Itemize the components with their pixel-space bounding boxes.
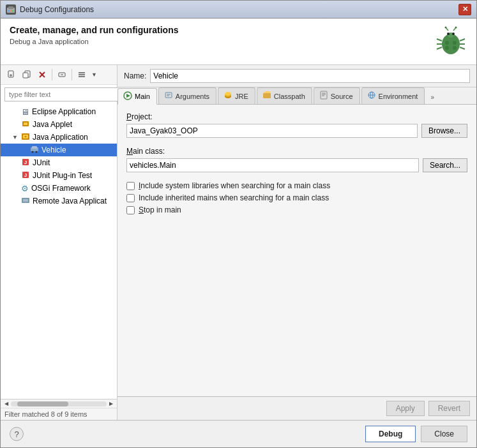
svg-rect-61 (321, 91, 327, 99)
environment-tab-icon (367, 91, 376, 101)
svg-point-43 (32, 151, 34, 153)
main-tab-icon (123, 91, 132, 102)
delete-config-button[interactable] (35, 68, 49, 82)
svg-point-12 (445, 46, 449, 50)
junit-plugin-icon: J (21, 170, 30, 181)
tab-jre[interactable]: JRE (218, 87, 255, 104)
filter-status: Filter matched 8 of 9 items (1, 408, 117, 420)
svg-line-17 (460, 39, 465, 41)
tab-source-label: Source (331, 93, 353, 100)
help-button[interactable]: ? (10, 427, 24, 441)
jre-tab-icon (223, 91, 232, 101)
scroll-track[interactable] (11, 401, 107, 407)
tree-item-java-applet[interactable]: Java Applet (1, 118, 117, 131)
window-close-button[interactable]: ✕ (458, 4, 471, 15)
name-input[interactable] (150, 69, 470, 83)
tree-item-eclipse-app[interactable]: 🖥 Eclipse Application (1, 105, 117, 118)
tabs-bar: Main Arguments (117, 87, 476, 105)
include-inherited-mains-checkbox[interactable] (126, 194, 135, 202)
tree-item-osgi[interactable]: ⚙ OSGi Framework (1, 182, 117, 195)
svg-marker-60 (263, 91, 270, 93)
stop-in-main-checkbox[interactable] (126, 206, 135, 214)
project-input[interactable] (126, 124, 418, 138)
toolbar-separator-2 (72, 69, 72, 80)
svg-point-3 (10, 10, 12, 11)
svg-text:J: J (24, 160, 27, 165)
scroll-right-arrow[interactable]: ▶ (107, 399, 116, 408)
new-config-button[interactable] (4, 68, 19, 82)
checkbox-stop-in-main: Stop in main (126, 205, 467, 214)
svg-point-8 (447, 33, 450, 35)
project-label: Project: (126, 112, 467, 121)
svg-rect-50 (23, 199, 28, 202)
tab-environment[interactable]: Environment (361, 87, 425, 104)
checkbox-inherited-mains: Include inherited mains when searching f… (126, 193, 467, 202)
remote-java-icon (21, 196, 30, 207)
duplicate-config-button[interactable] (20, 68, 34, 82)
tab-arguments[interactable]: Arguments (158, 87, 216, 104)
checkbox-system-libraries: Include system libraries when searching … (126, 181, 467, 190)
browse-button[interactable]: Browse... (421, 124, 467, 138)
apply-button[interactable]: Apply (386, 401, 425, 416)
tab-classpath[interactable]: Classpath (257, 87, 312, 104)
tree-label-osgi: OSGi Framework (31, 184, 91, 193)
stop-label-underline: S (139, 205, 144, 214)
bug-icon (434, 25, 467, 58)
sidebar-scrollbar[interactable]: ◀ ▶ (1, 399, 117, 408)
tab-overflow[interactable]: » (426, 90, 439, 104)
tree-item-vehicle[interactable]: Vehicle (1, 144, 117, 156)
debug-button[interactable]: Debug (365, 426, 416, 442)
vehicle-icon (30, 145, 39, 156)
project-section: Project: Browse... (126, 112, 467, 138)
collapse-all-button[interactable] (55, 68, 69, 82)
svg-line-16 (437, 47, 442, 49)
filter-input[interactable] (4, 87, 121, 101)
sidebar-toolbar: ▼ (1, 65, 117, 85)
svg-point-13 (453, 46, 457, 50)
scroll-left-arrow[interactable]: ◀ (2, 399, 11, 408)
classpath-tab-icon (262, 91, 271, 101)
scroll-thumb[interactable] (17, 401, 68, 407)
project-row: Browse... (126, 124, 467, 138)
tree-label-remote-java: Remote Java Applicat (33, 197, 107, 205)
main-class-label: Main class: (126, 147, 467, 156)
tree-label-eclipse-app: Eclipse Application (32, 107, 96, 116)
tab-source[interactable]: Source (314, 87, 360, 104)
tree-label-java-application: Java Application (33, 133, 88, 142)
include-system-libs-checkbox[interactable] (126, 182, 135, 190)
filter-dropdown-button[interactable] (75, 68, 89, 82)
tab-main[interactable]: Main (117, 88, 157, 105)
header-area: Create, manage, and run configurations D… (1, 19, 476, 65)
header-subtitle: Debug a Java application (10, 38, 179, 45)
window-icon (6, 4, 16, 15)
footer-buttons: Debug Close (365, 426, 467, 442)
svg-point-44 (36, 151, 38, 153)
tree-item-junit[interactable]: J JUnit (1, 156, 117, 169)
tree-label-java-applet: Java Applet (33, 120, 72, 129)
project-label-rest: roject: (132, 112, 153, 121)
footer-bar: ? Debug Close (1, 420, 476, 447)
main-class-label-rest: ain class: (133, 147, 165, 156)
dropdown-arrow-icon: ▼ (91, 71, 97, 78)
svg-rect-37 (24, 123, 27, 125)
tree-item-junit-plugin[interactable]: J JUnit Plug-in Test (1, 169, 117, 182)
main-class-row: Search... (126, 158, 467, 172)
main-area: ▼ 🖥 Eclipse Application (1, 65, 476, 420)
svg-rect-28 (23, 73, 28, 78)
tab-environment-label: Environment (379, 93, 418, 100)
svg-point-11 (453, 41, 457, 45)
tree-container: 🖥 Eclipse Application Java Applet (1, 104, 117, 399)
tree-item-java-application[interactable]: ▼ Java Application (1, 131, 117, 144)
stop-in-main-label: Stop in main (139, 205, 181, 214)
name-label: Name: (124, 71, 146, 80)
revert-button[interactable]: Revert (428, 401, 470, 416)
close-button[interactable]: Close (421, 426, 467, 442)
tab-classpath-label: Classpath (274, 93, 305, 100)
tree-label-vehicle: Vehicle (42, 146, 66, 154)
tab-jre-label: JRE (235, 93, 248, 100)
include-inherited-mains-label: Include inherited mains when searching f… (139, 193, 329, 202)
tree-item-remote-java[interactable]: Remote Java Applicat (1, 195, 117, 207)
main-class-input[interactable] (126, 158, 419, 172)
tab-content-main: Project: Browse... Main class: Search... (117, 105, 476, 396)
search-button[interactable]: Search... (423, 158, 467, 172)
